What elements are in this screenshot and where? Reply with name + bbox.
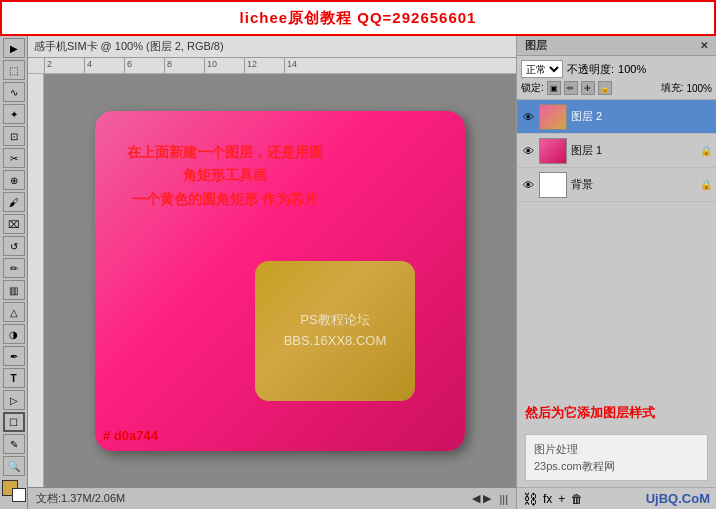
ruler-mark: 14 <box>284 58 324 73</box>
layer-lock-badge-1: 🔒 <box>700 145 712 157</box>
layer-name-bg: 背景 <box>571 177 696 192</box>
lock-transparency-icon[interactable]: ▣ <box>547 81 561 95</box>
lock-all-icon[interactable]: 🔒 <box>598 81 612 95</box>
layer-visibility-bg[interactable]: 👁 <box>521 178 535 192</box>
canvas-title: 感手机SIM卡 @ 100% (图层 2, RGB/8) <box>34 39 224 54</box>
tool-pen[interactable]: ✒ <box>3 346 25 366</box>
scroll-info: ||| <box>499 493 508 505</box>
tool-eyedropper[interactable]: 🔍 <box>3 456 25 476</box>
ruler-mark: 10 <box>204 58 244 73</box>
blend-mode-select[interactable]: 正常 <box>521 60 563 78</box>
right-panel: 图层 ✕ 正常 不透明度: 100% 锁定: ▣ ✏ ✛ 🔒 填充: 100% <box>516 36 716 509</box>
chip-shape: PS教程论坛 BBS.16XX8.COM <box>255 261 415 401</box>
lock-move-icon[interactable]: ✛ <box>581 81 595 95</box>
tool-slice[interactable]: ✂ <box>3 148 25 168</box>
layer-thumbnail-2 <box>539 104 567 130</box>
tool-wand[interactable]: ✦ <box>3 104 25 124</box>
layer-list: 👁 图层 2 👁 图层 1 🔒 👁 背景 🔒 <box>517 100 716 397</box>
tool-brush[interactable]: 🖌 <box>3 192 25 212</box>
layer-lock-badge-bg: 🔒 <box>700 179 712 191</box>
ruler-mark: 12 <box>244 58 284 73</box>
color-swatches[interactable] <box>2 480 26 502</box>
watermark-box: 图片处理 23ps.com教程网 <box>525 434 708 481</box>
layer-thumbnail-bg <box>539 172 567 198</box>
instruction-text: 在上面新建一个图层，还是用圆角矩形工具画 一个黄色的圆角矩形 作为芯片 <box>125 141 325 212</box>
lock-label: 锁定: <box>521 81 544 95</box>
ruler-mark: 8 <box>164 58 204 73</box>
layer-thumbnail-1 <box>539 138 567 164</box>
layers-panel-tab[interactable]: 图层 ✕ <box>517 36 716 56</box>
tool-clone[interactable]: ⌧ <box>3 214 25 234</box>
watermark-line1: 图片处理 <box>534 441 699 458</box>
tool-heal[interactable]: ⊕ <box>3 170 25 190</box>
tool-dodge[interactable]: ◑ <box>3 324 25 344</box>
canvas: 在上面新建一个图层，还是用圆角矩形工具画 一个黄色的圆角矩形 作为芯片 PS教程… <box>95 111 465 451</box>
watermark-site: UjBQ.CoM <box>646 491 710 506</box>
canvas-wrapper: 在上面新建一个图层，还是用圆角矩形工具画 一个黄色的圆角矩形 作为芯片 PS教程… <box>44 74 516 487</box>
tool-crop[interactable]: ⊡ <box>3 126 25 146</box>
layers-bottom-panel: ⛓ fx + 🗑 UjBQ.CoM <box>517 487 716 509</box>
ruler-mark: 4 <box>84 58 124 73</box>
layer-visibility-2[interactable]: 👁 <box>521 110 535 124</box>
tool-path[interactable]: ▷ <box>3 390 25 410</box>
opacity-value: 100% <box>618 63 646 75</box>
panel-close[interactable]: ✕ <box>700 40 708 51</box>
status-bar: 文档:1.37M/2.06M ◀ ▶ ||| <box>28 487 516 509</box>
fill-value: 100% <box>686 83 712 94</box>
layer-name-1: 图层 1 <box>571 143 696 158</box>
watermark-line2: 23ps.com教程网 <box>534 458 699 475</box>
layer-item-1[interactable]: 👁 图层 1 🔒 <box>517 134 716 168</box>
chip-text: PS教程论坛 BBS.16XX8.COM <box>284 310 387 352</box>
banner-text: lichee原创教程 QQ=292656601 <box>240 9 477 28</box>
scroll-controls[interactable]: ◀ ▶ <box>472 492 491 505</box>
tool-text[interactable]: T <box>3 368 25 388</box>
top-banner: lichee原创教程 QQ=292656601 <box>0 0 716 36</box>
tool-gradient[interactable]: ▥ <box>3 280 25 300</box>
left-toolbar: ▶ ⬚ ∿ ✦ ⊡ ✂ ⊕ 🖌 ⌧ ↺ ✏ ▥ △ ◑ ✒ T ▷ ☐ ✎ 🔍 <box>0 36 28 509</box>
panel-instruction: 然后为它添加图层样式 <box>517 397 716 429</box>
tool-shape[interactable]: ☐ <box>3 412 25 432</box>
ruler-vertical <box>28 74 44 487</box>
new-layer-icon[interactable]: + <box>558 492 565 506</box>
fill-label: 填充: <box>661 81 684 95</box>
tool-arrow[interactable]: ▶ <box>3 38 25 58</box>
tool-eraser[interactable]: ✏ <box>3 258 25 278</box>
ruler-mark: 2 <box>44 58 84 73</box>
opacity-label: 不透明度: <box>567 62 614 77</box>
tool-history[interactable]: ↺ <box>3 236 25 256</box>
tool-notes[interactable]: ✎ <box>3 434 25 454</box>
link-icon[interactable]: ⛓ <box>523 491 537 507</box>
layer-name-2: 图层 2 <box>571 109 712 124</box>
ruler-horizontal: 2 4 6 8 10 12 14 <box>28 58 516 74</box>
tool-blur[interactable]: △ <box>3 302 25 322</box>
doc-size: 文档:1.37M/2.06M <box>36 491 125 506</box>
lock-row: 锁定: ▣ ✏ ✛ 🔒 填充: 100% <box>521 81 712 95</box>
delete-layer-icon[interactable]: 🗑 <box>571 492 583 506</box>
fx-icon[interactable]: fx <box>543 492 552 506</box>
tool-marquee[interactable]: ⬚ <box>3 60 25 80</box>
layer-visibility-1[interactable]: 👁 <box>521 144 535 158</box>
tool-lasso[interactable]: ∿ <box>3 82 25 102</box>
color-hex-label: # d0a744 <box>103 428 158 443</box>
layer-item-2[interactable]: 👁 图层 2 <box>517 100 716 134</box>
background-color[interactable] <box>12 488 26 502</box>
ruler-mark: 6 <box>124 58 164 73</box>
layer-item-bg[interactable]: 👁 背景 🔒 <box>517 168 716 202</box>
canvas-titlebar: 感手机SIM卡 @ 100% (图层 2, RGB/8) <box>28 36 516 58</box>
lock-paint-icon[interactable]: ✏ <box>564 81 578 95</box>
layer-controls: 正常 不透明度: 100% 锁定: ▣ ✏ ✛ 🔒 填充: 100% <box>517 56 716 100</box>
